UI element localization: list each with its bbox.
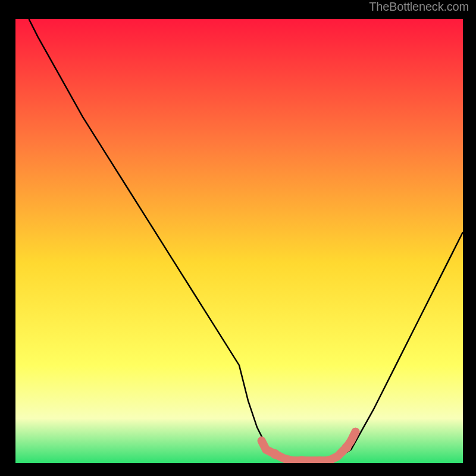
marker-dot: [307, 457, 314, 464]
marker-dot: [258, 437, 265, 444]
marker-dot: [347, 437, 355, 444]
plot-area: [0, 18, 476, 476]
gradient-background: [15, 19, 463, 463]
site-branding: TheBottleneck.com: [0, 0, 476, 18]
marker-dot: [352, 428, 360, 436]
marker-dot: [262, 446, 270, 454]
marker-dot: [280, 455, 287, 462]
bottleneck-chart: [14, 18, 464, 464]
marker-dot: [270, 449, 280, 459]
